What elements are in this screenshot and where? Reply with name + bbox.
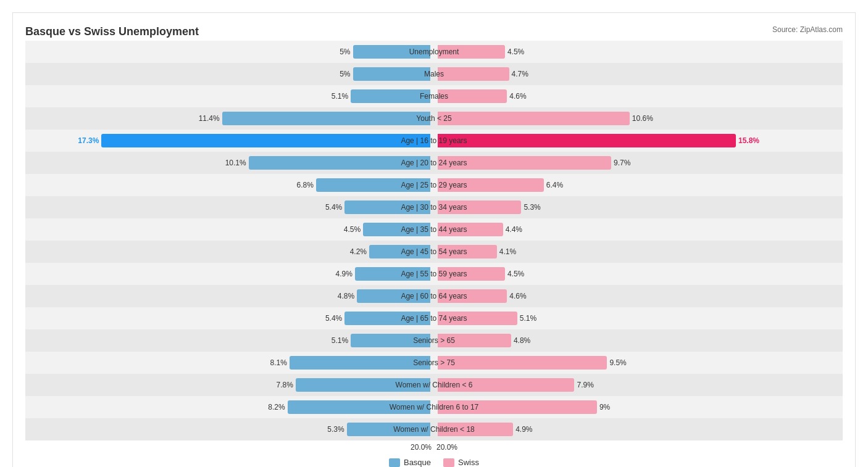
value-right: 4.1% xyxy=(499,247,516,256)
left-section: 4.5% xyxy=(25,218,434,241)
left-section: 11.4% xyxy=(25,107,434,130)
row-label: Women w/ Children < 18 xyxy=(390,425,478,434)
value-left: 8.1% xyxy=(270,358,287,367)
chart-row: 4.2% Age | 45 to 54 years 4.1% xyxy=(25,241,843,263)
value-right: 9% xyxy=(599,403,610,411)
value-right: 9.7% xyxy=(614,159,630,167)
row-label: Youth < 25 xyxy=(412,114,455,123)
row-label: Age | 20 to 24 years xyxy=(397,159,470,167)
value-right: 6.4% xyxy=(546,181,563,189)
left-section: 5.4% xyxy=(25,196,434,218)
row-label: Age | 35 to 44 years xyxy=(397,225,470,234)
axis-left: 20.0% xyxy=(25,443,434,452)
right-section: 9.7% xyxy=(434,152,843,174)
value-left: 5.1% xyxy=(332,336,348,345)
value-left: 4.2% xyxy=(350,247,367,256)
legend-basque-box xyxy=(389,458,400,467)
left-section: 5% xyxy=(25,63,434,85)
value-left: 10.1% xyxy=(225,159,246,167)
value-right: 4.4% xyxy=(506,225,522,234)
legend-basque: Basque xyxy=(389,458,431,467)
right-section: 9.5% xyxy=(434,352,843,374)
row-label: Unemployment xyxy=(406,48,463,56)
right-section: 4.5% xyxy=(434,41,843,63)
bar-right xyxy=(438,134,736,147)
right-section: 4.5% xyxy=(434,263,843,285)
right-section: 4.8% xyxy=(434,329,843,352)
left-section: 10.1% xyxy=(25,152,434,174)
chart-title: Basque vs Swiss Unemployment xyxy=(25,25,843,38)
right-section: 7.9% xyxy=(434,374,843,396)
row-label: Seniors > 65 xyxy=(409,336,459,345)
chart-row: 10.1% Age | 20 to 24 years 9.7% xyxy=(25,152,843,174)
right-section: 6.4% xyxy=(434,174,843,196)
value-left: 5.1% xyxy=(332,92,348,101)
value-left: 5% xyxy=(340,48,350,56)
value-right: 5.3% xyxy=(524,203,540,212)
left-section: 5% xyxy=(25,41,434,63)
bar-left xyxy=(353,67,431,81)
chart-rows-wrapper: 5% Unemployment 4.5% 5% Males 4.7% 5.1% … xyxy=(25,41,843,440)
row-label: Age | 45 to 54 years xyxy=(397,247,470,256)
value-right: 4.9% xyxy=(515,425,532,434)
chart-row: 11.4% Youth < 25 10.6% xyxy=(25,107,843,130)
left-section: 4.2% xyxy=(25,241,434,263)
legend-swiss-box xyxy=(443,458,454,467)
legend-swiss-label: Swiss xyxy=(458,458,479,467)
chart-row: 4.8% Age | 60 to 64 years 4.6% xyxy=(25,285,843,307)
legend-basque-label: Basque xyxy=(404,458,431,467)
left-section: 4.8% xyxy=(25,285,434,307)
value-left: 17.3% xyxy=(78,136,99,145)
value-right: 10.6% xyxy=(632,114,653,123)
bar-right xyxy=(438,356,607,370)
row-label: Males xyxy=(420,70,448,78)
value-left: 7.8% xyxy=(276,381,293,389)
value-right: 4.8% xyxy=(514,336,530,345)
row-label: Age | 60 to 64 years xyxy=(397,292,470,300)
chart-row: 6.8% Age | 25 to 29 years 6.4% xyxy=(25,174,843,196)
chart-row: 17.3% Age | 16 to 19 years 15.8% xyxy=(25,130,843,152)
value-right: 4.5% xyxy=(507,270,524,278)
row-label: Women w/ Children < 6 xyxy=(392,381,477,389)
left-section: 17.3% xyxy=(25,130,434,152)
left-section: 5.1% xyxy=(25,329,434,352)
left-section: 5.1% xyxy=(25,85,434,107)
chart-row: 5.4% Age | 65 to 74 years 5.1% xyxy=(25,307,843,329)
value-left: 11.4% xyxy=(199,114,220,123)
chart-row: 5.4% Age | 30 to 34 years 5.3% xyxy=(25,196,843,218)
source-label: Source: ZipAtlas.com xyxy=(772,25,843,34)
chart-row: 8.1% Seniors > 75 9.5% xyxy=(25,352,843,374)
chart-row: 4.9% Age | 55 to 59 years 4.5% xyxy=(25,263,843,285)
row-label: Females xyxy=(416,92,452,101)
row-label: Women w/ Children 6 to 17 xyxy=(386,403,483,411)
value-left: 4.5% xyxy=(344,225,361,234)
left-section: 5.3% xyxy=(25,418,434,440)
legend: Basque Swiss xyxy=(25,458,843,467)
legend-swiss: Swiss xyxy=(443,458,479,467)
right-section: 10.6% xyxy=(434,107,843,130)
value-right: 7.9% xyxy=(577,381,593,389)
value-left: 4.8% xyxy=(338,292,354,300)
value-left: 5.4% xyxy=(325,203,342,212)
value-left: 4.9% xyxy=(335,270,352,278)
value-right: 4.7% xyxy=(512,70,528,78)
value-left: 6.8% xyxy=(297,181,314,189)
left-section: 5.4% xyxy=(25,307,434,329)
value-right: 4.6% xyxy=(509,292,526,300)
right-section: 5.1% xyxy=(434,307,843,329)
chart-row: 5.3% Women w/ Children < 18 4.9% xyxy=(25,418,843,440)
value-right: 15.8% xyxy=(738,136,759,145)
left-section: 6.8% xyxy=(25,174,434,196)
axis-right: 20.0% xyxy=(434,443,843,452)
value-left: 8.2% xyxy=(268,403,285,411)
axis-row: 20.0% 20.0% xyxy=(25,443,843,452)
right-section: 4.4% xyxy=(434,218,843,241)
right-section: 4.9% xyxy=(434,418,843,440)
chart-row: 7.8% Women w/ Children < 6 7.9% xyxy=(25,374,843,396)
right-section: 4.6% xyxy=(434,85,843,107)
right-section: 9% xyxy=(434,396,843,418)
row-label: Age | 30 to 34 years xyxy=(397,203,470,212)
chart-row: 5% Males 4.7% xyxy=(25,63,843,85)
left-section: 8.2% xyxy=(25,396,434,418)
value-left: 5% xyxy=(340,70,350,78)
